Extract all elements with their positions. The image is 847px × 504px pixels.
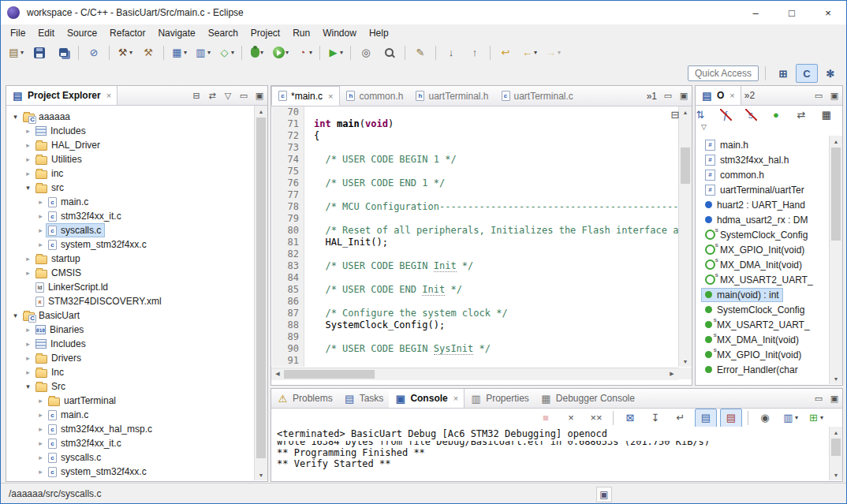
tree-item-stm32f4xx-it-c[interactable]: ▸cstm32f4xx_it.c [7, 209, 255, 223]
tree-item-src[interactable]: ▾Src [7, 379, 255, 394]
scroll-down-icon[interactable] [679, 356, 692, 367]
tree-expander-icon[interactable]: ▸ [23, 155, 33, 163]
scrollbar-thumb[interactable] [256, 118, 266, 458]
quick-access-button[interactable]: Quick Access [688, 65, 759, 81]
tree-item-stm32f4discovery-xml[interactable]: xSTM32F4DISCOVERY.xml [7, 294, 255, 308]
tree-expander-icon[interactable]: ▸ [35, 212, 46, 220]
scroll-right-icon[interactable] [666, 368, 678, 379]
tree-expander-icon[interactable]: ▸ [23, 368, 33, 376]
profile-button[interactable]: ◔▾ [293, 43, 315, 62]
menu-refactor[interactable]: Refactor [103, 26, 151, 40]
tree-expander-icon[interactable]: ▸ [35, 198, 46, 206]
close-button[interactable]: × [810, 1, 846, 24]
menu-help[interactable]: Help [363, 26, 395, 40]
skip-all-breakpoints-button[interactable]: ⊘ [83, 43, 105, 62]
tree-expander-icon[interactable]: ▸ [35, 241, 46, 248]
tree-item-src[interactable]: ▾src [7, 181, 255, 195]
tab-console[interactable]: ▣Console× [389, 389, 465, 408]
show-on-stdout-button[interactable]: ▤ [695, 409, 717, 427]
hide-static-members-button[interactable]: s [740, 105, 762, 124]
hidden-tabs-chevron[interactable]: »1 [644, 86, 660, 106]
tree-item-inc[interactable]: ▸Inc [7, 365, 255, 379]
tree-expander-icon[interactable]: ▸ [35, 226, 46, 234]
tree-item-syscalls-c[interactable]: ▸csyscalls.c [7, 223, 255, 237]
minimize-view-button[interactable]: ▭ [811, 91, 826, 101]
remove-all-launches-button[interactable]: ×× [585, 409, 607, 427]
outline-item-mx-usart2-uart[interactable]: sMX_USART2_UART_ [696, 317, 830, 332]
open-perspective-button[interactable]: ⊞ [772, 64, 794, 83]
outline-item-systemclock-config[interactable]: SystemClock_Config [696, 302, 830, 317]
outline-item-main-h[interactable]: #main.h [696, 137, 830, 152]
maximize-view-button[interactable]: ▣ [826, 91, 842, 101]
collapse-all-button[interactable]: ⊟ [664, 105, 686, 124]
outline-item-error-handler-char[interactable]: Error_Handler(char [696, 362, 830, 377]
tree-scrollbar[interactable] [254, 106, 267, 480]
tree-expander-icon[interactable]: ▸ [35, 454, 46, 461]
external-tools-button[interactable]: ▶▾ [324, 43, 346, 62]
clear-console-button[interactable]: ⊠ [619, 409, 641, 427]
hide-fields-button[interactable]: ƒ [715, 105, 737, 124]
tree-expander-icon[interactable]: ▸ [23, 269, 33, 277]
tree-expander-icon[interactable]: ▸ [23, 326, 33, 334]
close-tab-icon[interactable]: × [328, 91, 333, 101]
editor-horizontal-scrollbar[interactable] [271, 368, 678, 380]
link-with-editor-button[interactable]: ⇄ [204, 91, 220, 101]
tree-item-main-c[interactable]: ▸cmain.c [7, 408, 255, 422]
outline-item-main-void-int[interactable]: main(void) : int [696, 287, 830, 302]
minimize-view-button[interactable]: ▭ [236, 91, 252, 101]
menu-project[interactable]: Project [244, 26, 286, 40]
next-annotation-button[interactable]: ↓ [440, 43, 462, 62]
tree-item-main-c[interactable]: ▸cmain.c [7, 195, 255, 209]
code-editor[interactable]: 7071int main(void)72{7374 /* USER CODE B… [272, 106, 678, 367]
tree-expander-icon[interactable]: ▾ [23, 184, 33, 192]
scrollbar-thumb[interactable] [831, 147, 841, 241]
open-console-button[interactable]: ⊞▾ [804, 409, 826, 427]
view-menu-chevron[interactable]: ▽ [701, 123, 707, 134]
sort-button[interactable]: ⇅ [689, 105, 711, 124]
close-view-icon[interactable]: × [106, 91, 111, 100]
tree-expander-icon[interactable]: ▸ [23, 127, 33, 135]
tree-expander-icon[interactable]: ▸ [23, 170, 33, 177]
editor-tab-common-h[interactable]: hcommon.h [340, 86, 409, 106]
scroll-left-icon[interactable] [271, 368, 284, 379]
tree-expander-icon[interactable]: ▸ [35, 439, 46, 447]
outline-item-mx-gpio-init-void[interactable]: sMX_GPIO_Init(void) [696, 242, 830, 257]
outline-item-mx-gpio-init-void[interactable]: sMX_GPIO_Init(void) [696, 347, 830, 362]
menu-navigate[interactable]: Navigate [151, 26, 201, 40]
hide-non-public-members-button[interactable]: ● [765, 105, 787, 124]
tree-item-stm32f4xx-hal-msp-c[interactable]: ▸cstm32f4xx_hal_msp.c [7, 422, 255, 436]
editor-tab-uartterminal-h[interactable]: huartTerminal.h [409, 86, 494, 106]
search-button[interactable] [379, 43, 401, 62]
outline-item-common-h[interactable]: #common.h [696, 167, 830, 182]
outline-item-systemclock-config[interactable]: sSystemClock_Config [696, 227, 830, 242]
tree-item-includes[interactable]: ▸Includes [7, 337, 255, 351]
tree-item-aaaaaa[interactable]: ▾aaaaaa [7, 110, 255, 124]
console-output[interactable]: <terminated> BasicUart Debug [Ac6 STM32 … [272, 427, 830, 480]
scroll-down-icon[interactable] [830, 469, 842, 480]
tree-item-utilities[interactable]: ▸Utilities [7, 152, 255, 166]
scroll-up-icon[interactable] [255, 106, 267, 117]
word-wrap-button[interactable]: ↵ [670, 409, 692, 427]
tab-debugger-console[interactable]: ▦Debugger Console [535, 389, 640, 408]
tree-item-binaries[interactable]: ▸010Binaries [7, 323, 255, 337]
menu-search[interactable]: Search [202, 26, 244, 40]
scroll-up-icon[interactable] [830, 427, 842, 438]
outline-item-mx-dma-init-void[interactable]: sMX_DMA_Init(void) [696, 332, 830, 347]
outline-item-hdma-usart2-rx-dm[interactable]: hdma_usart2_rx : DM [696, 212, 830, 227]
tree-expander-icon[interactable]: ▸ [23, 340, 33, 348]
menu-edit[interactable]: Edit [32, 26, 61, 40]
filters-button[interactable]: ▦ [815, 105, 838, 124]
back-button[interactable]: ←▾ [518, 43, 540, 62]
build-button[interactable]: ⚒▾ [114, 43, 136, 62]
tree-item-startup[interactable]: ▸startup [7, 252, 255, 266]
outline-item-huart2-uart-hand[interactable]: huart2 : UART_Hand [696, 197, 830, 212]
close-view-icon[interactable]: × [729, 91, 734, 100]
tree-expander-icon[interactable]: ▸ [23, 141, 33, 149]
menu-file[interactable]: File [4, 26, 32, 40]
minimize-view-button[interactable]: ▭ [660, 91, 676, 101]
outline-item-mx-usart2-uart[interactable]: sMX_USART2_UART_ [696, 272, 830, 287]
scroll-up-icon[interactable] [830, 136, 842, 147]
remove-launch-button[interactable]: × [560, 409, 582, 427]
tree-item-inc[interactable]: ▸inc [7, 166, 255, 181]
toggle-mark-occurrences-button[interactable]: ✎ [409, 43, 431, 62]
